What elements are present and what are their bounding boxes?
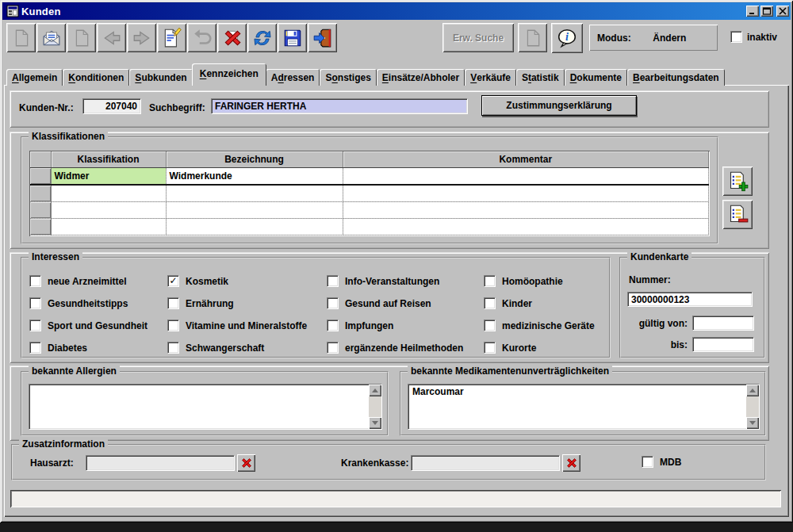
hausarzt-label: Hausarzt: xyxy=(30,457,74,469)
kunden-nr-field[interactable] xyxy=(82,98,141,114)
table-cell[interactable] xyxy=(343,202,709,219)
tab-adressen[interactable]: Adressen xyxy=(266,69,320,86)
mdb-checkbox[interactable]: MDB xyxy=(642,456,681,468)
add-row-button[interactable] xyxy=(722,166,753,196)
interessen-checkbox-kosmetik[interactable]: ✓Kosmetik xyxy=(167,276,307,286)
hausarzt-field[interactable] xyxy=(86,455,235,471)
allergien-text[interactable] xyxy=(29,385,369,429)
interessen-checkbox-homoeopathie[interactable]: Homöopathie xyxy=(484,276,595,286)
info-button[interactable]: i xyxy=(551,23,583,53)
checkbox-box[interactable] xyxy=(327,297,339,309)
checkbox-box[interactable] xyxy=(484,297,496,309)
tab-verkaeufe[interactable]: Verkäufe xyxy=(465,69,516,86)
interessen-checkbox-kurorte[interactable]: Kurorte xyxy=(484,343,595,353)
toolbar-save-button[interactable] xyxy=(278,23,307,52)
zustimmungserklaerung-button[interactable]: Zustimmungserklärung xyxy=(481,95,637,116)
row-selector[interactable] xyxy=(30,202,51,219)
toolbar-edit-button[interactable] xyxy=(157,23,186,52)
table-cell[interactable] xyxy=(166,202,343,219)
interessen-checkbox-schwangerschaft[interactable]: Schwangerschaft xyxy=(167,343,307,353)
interessen-checkbox-gesund-auf-reisen[interactable]: Gesund auf Reisen xyxy=(327,298,463,308)
checkbox-box[interactable] xyxy=(730,31,742,43)
toolbar-refresh-button[interactable] xyxy=(247,23,277,52)
tab-subkunden[interactable]: Subkunden xyxy=(129,69,192,86)
table-cell[interactable] xyxy=(51,185,166,202)
interessen-checkbox-neue-arzneimittel[interactable]: neue Arzneimittel xyxy=(29,276,147,286)
checkbox-box[interactable] xyxy=(29,297,41,309)
scroll-up-button[interactable] xyxy=(369,385,381,396)
toolbar-exit-button[interactable] xyxy=(308,23,337,52)
interessen-checkbox-diabetes[interactable]: Diabetes xyxy=(29,343,147,353)
table-cell[interactable]: Widmer xyxy=(51,168,166,186)
checkbox-label: Homöopathie xyxy=(502,276,563,287)
table-cell[interactable] xyxy=(166,219,343,235)
tab-konditionen[interactable]: Konditionen xyxy=(63,69,129,86)
inaktiv-checkbox[interactable]: inaktiv xyxy=(730,31,777,43)
interessen-checkbox-sport-und-gesundheit[interactable]: Sport und Gesundheit xyxy=(29,320,147,331)
scroll-down-button[interactable] xyxy=(369,417,381,429)
tab-bearbeitungsdaten[interactable]: Bearbeitungsdaten xyxy=(627,69,725,86)
table-cell[interactable] xyxy=(51,202,166,219)
checkbox-box[interactable] xyxy=(327,275,339,287)
medikamente-groupbox: bekannte Medikamentenunverträglichkeiten… xyxy=(400,371,766,436)
toolbar-open-button[interactable] xyxy=(36,23,66,52)
medikamente-textarea[interactable]: Marcoumar xyxy=(408,384,760,430)
row-selector[interactable] xyxy=(30,168,51,186)
table-cell[interactable] xyxy=(343,168,709,186)
remove-row-button[interactable] xyxy=(722,200,753,229)
checkbox-box[interactable]: ✓ xyxy=(167,275,179,287)
checkbox-box[interactable] xyxy=(327,342,339,354)
row-selector[interactable] xyxy=(30,219,51,235)
interessen-checkbox-info-veranstaltungen[interactable]: Info-Veranstaltungen xyxy=(327,276,463,286)
table-cell[interactable] xyxy=(343,219,709,235)
krankenkasse-clear-button[interactable] xyxy=(562,454,580,472)
table-cell[interactable]: Widmerkunde xyxy=(166,168,343,186)
tab-einsaetze-abholer[interactable]: Einsätze/Abholer xyxy=(377,69,465,86)
tab-dokumente[interactable]: Dokumente xyxy=(565,69,627,86)
allergien-textarea[interactable] xyxy=(29,384,382,430)
tab-statistik[interactable]: Statistik xyxy=(516,69,565,86)
checkbox-box[interactable] xyxy=(484,320,496,331)
interessen-checkbox-ergaenzende-heilmethoden[interactable]: ergänzende Heilmethoden xyxy=(327,343,463,353)
checkbox-box[interactable] xyxy=(484,342,496,354)
checkbox-box[interactable] xyxy=(29,320,41,331)
bis-field[interactable] xyxy=(692,337,754,352)
checkbox-box[interactable] xyxy=(167,297,179,309)
tab-kennzeichen[interactable]: Kennzeichen xyxy=(192,63,266,86)
checkbox-box[interactable] xyxy=(484,275,496,287)
suchbegriff-field[interactable] xyxy=(211,98,468,114)
checkbox-box[interactable] xyxy=(29,275,41,287)
tab-allgemein[interactable]: Allgemein xyxy=(6,69,63,86)
checkbox-box[interactable] xyxy=(167,320,179,331)
minimize-button[interactable] xyxy=(746,6,759,17)
checkbox-box[interactable] xyxy=(29,342,41,354)
gueltig-von-field[interactable] xyxy=(692,316,754,331)
scroll-down-button[interactable] xyxy=(746,417,759,429)
interessen-checkbox-impfungen[interactable]: Impfungen xyxy=(327,320,463,331)
maximize-button[interactable] xyxy=(760,6,773,17)
hausarzt-clear-button[interactable] xyxy=(237,454,255,472)
interessen-checkbox-gesundheitstipps[interactable]: Gesundheitstipps xyxy=(29,298,147,308)
interessen-checkbox-vitamine-und-mineralstoffe[interactable]: Vitamine und Mineralstoffe xyxy=(167,320,307,331)
close-button[interactable] xyxy=(776,6,789,17)
checkbox-box[interactable] xyxy=(327,320,339,331)
medikamente-text[interactable]: Marcoumar xyxy=(408,385,746,429)
row-selector[interactable] xyxy=(30,185,51,202)
medikamente-scrollbar[interactable] xyxy=(746,385,759,429)
checkbox-label: Kosmetik xyxy=(186,276,228,287)
checkbox-box[interactable] xyxy=(167,342,179,354)
toolbar-delete-button[interactable] xyxy=(217,23,247,52)
interessen-checkbox-kinder[interactable]: Kinder xyxy=(484,298,595,308)
kundenkarte-nummer-field[interactable] xyxy=(627,292,753,307)
checkbox-label: Gesund auf Reisen xyxy=(345,298,431,309)
allergien-scrollbar[interactable] xyxy=(369,385,381,429)
table-cell[interactable] xyxy=(51,219,166,235)
table-cell[interactable] xyxy=(166,185,343,202)
checkbox-box[interactable] xyxy=(642,456,653,468)
table-cell[interactable] xyxy=(343,185,709,202)
tab-sonstiges[interactable]: Sonstiges xyxy=(320,69,376,86)
scroll-up-button[interactable] xyxy=(746,385,759,396)
interessen-checkbox-medizinische-geraete[interactable]: medizinische Geräte xyxy=(484,320,595,331)
interessen-checkbox-ernaehrung[interactable]: Ernährung xyxy=(167,298,307,308)
krankenkasse-field[interactable] xyxy=(411,455,560,471)
